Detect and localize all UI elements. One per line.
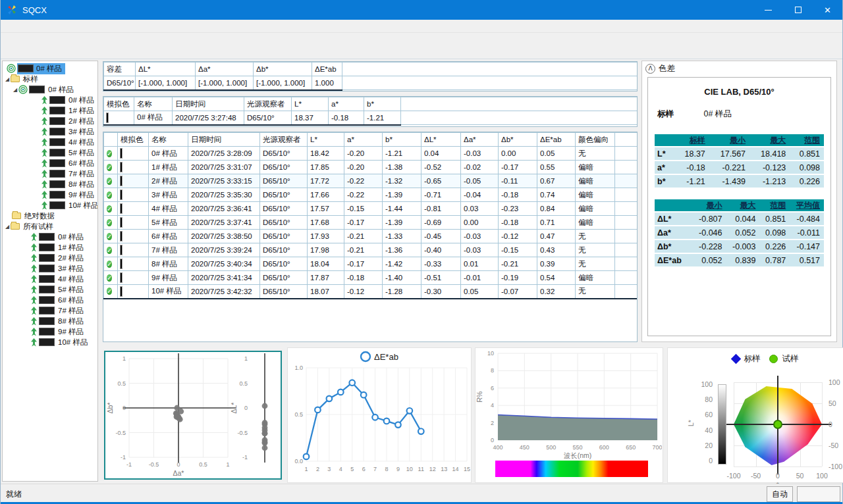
svg-text:-0.5: -0.5 [149,461,159,468]
maximize-button[interactable] [783,0,813,20]
tree-all-sample-4[interactable]: 4# 样品 [3,274,97,284]
svg-text:700: 700 [652,444,662,451]
color-swatch [107,113,108,122]
tree-all-sample-6[interactable]: 6# 样品 [3,295,97,305]
tree-all-sample-5[interactable]: 5# 样品 [3,284,97,295]
status-bar: 就绪 自动 [1,484,842,504]
sample-row-7[interactable]: ✓ 7# 样品2020/7/25 3:39:24D65/10°17.98-0.2… [104,243,638,257]
close-button[interactable]: ✕ [813,0,842,20]
svg-text:9: 9 [396,466,400,472]
chart-lab-gamut[interactable]: -100-50050100100500-50-100100806040200L*… [667,347,843,483]
tree-all-sample-1[interactable]: 1# 样品 [3,242,97,253]
legend-sample-label: 试样 [782,353,799,365]
sample-arrow-icon [41,107,48,115]
expander-icon: ◢ [4,224,11,230]
sample-arrow-icon [41,138,48,147]
svg-text:2: 2 [491,420,494,426]
folder-icon [12,213,21,219]
tree-all-sample-8[interactable]: 8# 样品 [3,316,97,326]
standard-row[interactable]: 0# 样品2020/7/25 3:27:48D65/10°18.37-0.18-… [104,111,638,125]
sample-arrow-icon [41,159,48,168]
svg-text:5: 5 [350,466,354,472]
tree-folder-absolute-data[interactable]: 绝对数据 [3,211,97,221]
sample-row-5[interactable]: ✓ 5# 样品2020/7/25 3:37:41D65/10°17.68-0.1… [104,216,638,230]
color-swatch [121,176,122,186]
tree-standard-sample-1[interactable]: 1# 样品 [3,105,97,116]
standard-name: 0# 样品 [703,109,731,118]
menu-bar [1,20,842,33]
svg-text:0.5: 0.5 [239,380,248,387]
svg-text:6: 6 [491,385,494,391]
sample-arrow-icon [41,149,48,157]
tree-standard-sample-7[interactable]: 7# 样品 [3,168,97,179]
delta-e-plot: 1234567891011121314150.00.51.0ΔE*ab [288,348,471,480]
sample-row-1[interactable]: ✓ 1# 样品2020/7/25 3:31:07D65/10°17.85-0.2… [104,161,638,174]
lightness-gradient-bar [718,384,726,465]
sample-row-10[interactable]: ✓ 10# 样品2020/7/25 3:42:32D65/10°18.07-0.… [104,285,638,299]
sample-row-9[interactable]: ✓ 9# 样品2020/7/25 3:41:34D65/10°17.87-0.1… [104,271,638,285]
color-swatch [121,149,122,158]
tree-all-sample-3[interactable]: 3# 样品 [3,263,97,274]
tree-standard-sample-9[interactable]: 9# 样品 [3,189,97,200]
sample-row-8[interactable]: ✓ 8# 样品2020/7/25 3:40:34D65/10°18.04-0.1… [104,257,638,271]
tree-all-sample-9[interactable]: 9# 样品 [3,326,97,337]
minimize-button[interactable] [753,0,783,20]
tree-standard-sample-6[interactable]: 6# 样品 [3,158,97,168]
tree-all-sample-7[interactable]: 7# 样品 [3,305,97,316]
sample-row-4[interactable]: ✓ 4# 样品2020/7/25 3:36:41D65/10°17.57-0.1… [104,202,638,216]
tree-folder-standards[interactable]: ◢标样 [3,74,97,84]
svg-text:4: 4 [339,466,342,472]
pass-check-icon: ✓ [107,178,112,185]
sample-arrow-icon [30,317,38,326]
tree-standard-sample-5[interactable]: 5# 样品 [3,147,97,158]
sample-row-6[interactable]: ✓ 6# 样品2020/7/25 3:38:50D65/10°17.93-0.2… [104,230,638,243]
toolbar [1,34,842,59]
svg-text:波长(nm): 波长(nm) [564,451,592,459]
delta-row-0: ΔL*-0.8070.0440.851-0.484 [655,213,824,225]
color-swatch [121,163,122,172]
tree-standard-sample-3[interactable]: 3# 样品 [3,126,97,137]
svg-text:0.0: 0.0 [294,458,303,465]
svg-text:6: 6 [362,466,366,472]
tree-standard-sample-4[interactable]: 4# 样品 [3,137,97,147]
sample-row-3[interactable]: ✓ 3# 样品2020/7/25 3:35:30D65/10°17.66-0.2… [104,188,638,202]
sample-arrow-icon [30,286,38,294]
tree-selected-standard[interactable]: 0# 样品 [3,63,97,74]
svg-text:-0.5: -0.5 [115,430,126,436]
lab-statistics-table: 标样最小最大范围L*18.3717.56718.4180.851a*-0.18-… [655,133,824,189]
delta-row-3: ΔE*ab0.0520.8390.7870.517 [655,254,824,266]
tree-standard-sample-2[interactable]: 2# 样品 [3,116,97,126]
sample-arrow-icon [41,96,48,105]
standard-label: 标样 [657,109,674,118]
svg-text:ΔL*: ΔL* [230,403,238,414]
delta-statistics-table: 最小最大范围平均值ΔL*-0.8070.0440.851-0.484Δa*-0.… [655,198,824,268]
chart-reflectance[interactable]: 0246810400450500550600650700R%波长(nm) [475,347,663,483]
svg-text:400: 400 [493,444,503,451]
tree-all-sample-2[interactable]: 2# 样品 [3,253,97,263]
sample-arrow-icon [41,180,48,189]
pass-check-icon: ✓ [107,288,112,295]
pass-check-icon: ✓ [107,191,112,199]
sample-arrow-icon [30,265,38,273]
tolerance-row[interactable]: D65/10°[-1.000, 1.000][-1.000, 1.000][-1… [104,76,638,90]
tree-standard-sample-10[interactable]: 10# 样品 [3,200,97,211]
auto-mode-button[interactable]: 自动 [767,486,793,502]
sample-arrow-icon [30,307,38,315]
sample-arrow-icon [30,275,38,284]
tree-folder-all-samples[interactable]: ◢所有试样 [3,221,97,232]
tree-all-sample-0[interactable]: 0# 样品 [3,232,97,242]
tree-standard-sample-8[interactable]: 8# 样品 [3,179,97,189]
chart-delta-e-trend[interactable]: 1234567891011121314150.00.51.0ΔE*ab [287,347,472,483]
tree-all-sample-10[interactable]: 10# 样品 [3,337,97,347]
sample-row-2[interactable]: ✓ 2# 样品2020/7/25 3:33:15D65/10°17.72-0.2… [104,174,638,188]
tree-standard-root[interactable]: ◢0# 样品 [3,84,97,95]
status-text: 就绪 [6,489,22,500]
legend-standard-label: 标样 [744,353,761,365]
collapse-panel-icon[interactable]: ᐱ [645,64,655,74]
chart-delta-ab-scatter[interactable]: -1-1-0.5-0.5000.50.511Δa*Δb*10.50-0.5-1Δ… [104,351,282,480]
sample-row-0[interactable]: ✓ 0# 样品2020/7/25 3:28:09D65/10°18.42-0.2… [104,147,638,161]
tree-standard-sample-0[interactable]: 0# 样品 [3,95,97,105]
sample-tree-panel: 0# 样品◢标样◢0# 样品0# 样品1# 样品2# 样品3# 样品4# 样品5… [2,61,98,482]
standard-target-icon [18,85,28,94]
delta-row-1: Δa*-0.0460.0520.098-0.011 [655,226,824,239]
